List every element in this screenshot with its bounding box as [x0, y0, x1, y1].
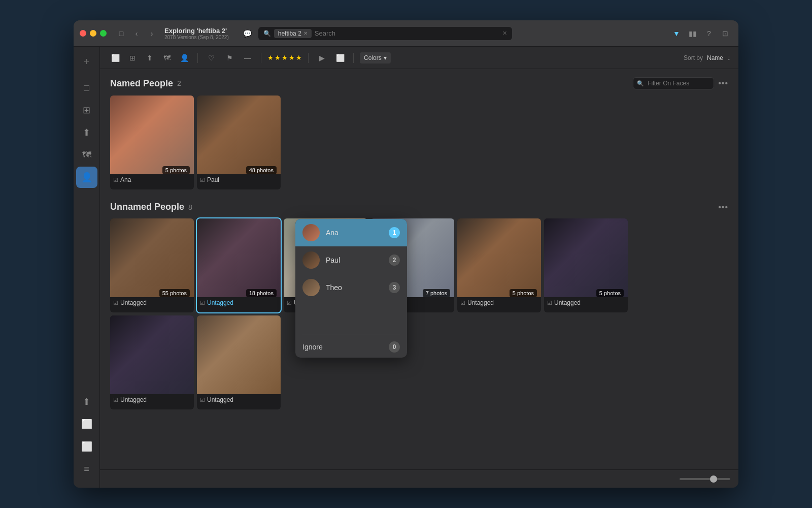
- toolbar-separator-1: [197, 53, 198, 63]
- search-tab[interactable]: heftiba 2 ✕: [274, 29, 312, 38]
- chat-icon[interactable]: 💬: [241, 27, 254, 40]
- heart-icon[interactable]: ♡: [204, 51, 218, 65]
- named-people-more-button[interactable]: •••: [718, 79, 728, 88]
- chart-icon[interactable]: ▮▮: [686, 26, 700, 41]
- slider-track[interactable]: [680, 478, 730, 480]
- unnamed-people-title: Unnamed People: [110, 202, 184, 212]
- photo-label-paul: Paul: [207, 176, 219, 183]
- photo-count-u1: 55 photos: [159, 289, 190, 297]
- photo-item-ana[interactable]: 5 photos ☑ Ana: [110, 96, 194, 189]
- photo-item-untagged-6[interactable]: 5 photos ☑ Untagged: [544, 218, 628, 312]
- sidebar-menu-icon[interactable]: ≡: [76, 458, 97, 480]
- toolbar-icon-person[interactable]: 👤: [177, 51, 191, 65]
- named-people-grid: 5 photos ☑ Ana 48 photos ☑ Paul: [110, 96, 728, 189]
- toolbar-icon-upload[interactable]: ⬆: [143, 51, 157, 65]
- star-4[interactable]: ★: [289, 54, 295, 61]
- sidebar: + □ ⊞ ⬆ 🗺 👤 ⬆: [74, 47, 100, 488]
- reject-icon[interactable]: —: [241, 51, 255, 65]
- nav-forward[interactable]: ›: [145, 27, 158, 40]
- main-layout: + □ ⊞ ⬆ 🗺 👤 ⬆: [74, 47, 738, 488]
- sidebar-item-plugin2[interactable]: ⬜: [76, 436, 97, 457]
- help-icon[interactable]: ?: [702, 26, 716, 41]
- photo-item-untagged-7[interactable]: ☑ Untagged: [110, 315, 194, 409]
- sidebar-add-button[interactable]: +: [76, 51, 97, 72]
- photo-label-row-u7: ☑ Untagged: [110, 394, 194, 405]
- label-icon-paul: ☑: [200, 177, 205, 183]
- unnamed-people-more-button[interactable]: •••: [718, 203, 728, 212]
- unnamed-people-header: Unnamed People 8 •••: [110, 202, 728, 212]
- nav-back[interactable]: ‹: [130, 27, 143, 40]
- photo-item-untagged-2[interactable]: 18 photos ☑ Untagged: [197, 218, 281, 312]
- popup-avatar-theo: [302, 279, 320, 296]
- video-icon[interactable]: ▶: [315, 51, 329, 65]
- named-people-header-right: 🔍 •••: [633, 77, 728, 89]
- photo-label-u6: Untagged: [554, 299, 581, 306]
- star-2[interactable]: ★: [275, 54, 281, 61]
- toolbar-icon-map[interactable]: 🗺: [160, 51, 174, 65]
- minimize-button[interactable]: [90, 30, 96, 37]
- popup-name-paul: Paul: [326, 256, 383, 264]
- photo-label-row-u5: ☑ Untagged: [457, 297, 541, 308]
- popup-badge-theo: 3: [389, 282, 400, 293]
- zoom-slider[interactable]: [680, 478, 730, 480]
- label-icon-u8: ☑: [200, 397, 205, 403]
- sort-arrow-icon[interactable]: ↓: [727, 54, 730, 61]
- photo-face-u7: [110, 315, 194, 394]
- photo-face-u2: [197, 218, 281, 297]
- photo-label-u1: Untagged: [120, 299, 147, 306]
- content-area: Named People 2 🔍 •••: [100, 69, 738, 469]
- nav-sidebar-toggle[interactable]: □: [115, 27, 128, 40]
- search-clear-icon[interactable]: ✕: [502, 30, 507, 37]
- photo-item-untagged-1[interactable]: 55 photos ☑ Untagged: [110, 218, 194, 312]
- sidebar-item-projects[interactable]: ⬆: [76, 122, 97, 143]
- popup-item-paul[interactable]: Paul 2: [295, 246, 407, 274]
- colors-label: Colors: [364, 54, 382, 61]
- sidebar-item-share[interactable]: ⬆: [76, 391, 97, 412]
- split-view-icon[interactable]: ⊡: [718, 26, 732, 41]
- photo-count-u2: 18 photos: [246, 289, 277, 297]
- sidebar-item-people[interactable]: 👤: [76, 167, 97, 188]
- photo-face-u1: [110, 218, 194, 297]
- toolbar-icon-grid[interactable]: ⬜: [108, 51, 122, 65]
- maximize-button[interactable]: [100, 30, 107, 37]
- popup-item-theo[interactable]: Theo 3: [295, 274, 407, 301]
- photo-item-paul[interactable]: 48 photos ☑ Paul: [197, 96, 281, 189]
- sort-value: Name: [707, 54, 723, 61]
- popup-spacer: [295, 301, 407, 332]
- colors-button[interactable]: Colors ▾: [360, 52, 391, 64]
- sidebar-item-photos[interactable]: □: [76, 77, 97, 99]
- star-1[interactable]: ★: [267, 54, 274, 61]
- star-rating[interactable]: ★ ★ ★ ★ ★: [267, 54, 302, 61]
- label-icon-u3: ☑: [287, 300, 292, 306]
- photo-face-u8: [197, 315, 281, 394]
- flag-icon[interactable]: ⚑: [222, 51, 236, 65]
- inner-layout: ⬜ ⊞ ⬆ 🗺 👤 ♡ ⚑ — ★ ★ ★ ★ ★: [100, 47, 738, 488]
- search-bar: 🔍 heftiba 2 ✕ ✕: [258, 27, 512, 40]
- sidebar-item-places[interactable]: 🗺: [76, 144, 97, 166]
- photo-item-untagged-8[interactable]: ☑ Untagged: [197, 315, 281, 409]
- toolbar-icon-calendar[interactable]: ⊞: [125, 51, 140, 65]
- label-icon-u2: ☑: [200, 300, 205, 306]
- popup-item-ana[interactable]: Ana 1: [295, 219, 407, 246]
- popup-ignore-label: Ignore: [302, 343, 383, 351]
- image-icon[interactable]: ⬜: [333, 51, 347, 65]
- named-people-header: Named People 2 🔍 •••: [110, 77, 728, 89]
- star-5[interactable]: ★: [296, 54, 302, 61]
- unnamed-people-count: 8: [188, 203, 192, 211]
- close-button[interactable]: [80, 30, 86, 37]
- plugin2-icon: ⬜: [81, 441, 92, 452]
- photo-item-untagged-5[interactable]: 5 photos ☑ Untagged: [457, 218, 541, 312]
- popup-avatar-ana: [302, 224, 320, 241]
- toolbar: ⬜ ⊞ ⬆ 🗺 👤 ♡ ⚑ — ★ ★ ★ ★ ★: [100, 47, 738, 69]
- filter-faces-input[interactable]: [633, 77, 714, 89]
- star-3[interactable]: ★: [282, 54, 288, 61]
- slider-thumb[interactable]: [710, 475, 717, 483]
- search-input[interactable]: [315, 29, 499, 37]
- popup-ignore-item[interactable]: Ignore 0: [295, 336, 407, 358]
- filter-icon[interactable]: ▼: [669, 26, 684, 41]
- search-tab-close[interactable]: ✕: [303, 30, 308, 36]
- bottom-bar: [100, 469, 738, 488]
- named-people-title: Named People: [110, 78, 173, 89]
- sidebar-item-plugin1[interactable]: ⬜: [76, 414, 97, 435]
- sidebar-item-albums[interactable]: ⊞: [76, 100, 97, 121]
